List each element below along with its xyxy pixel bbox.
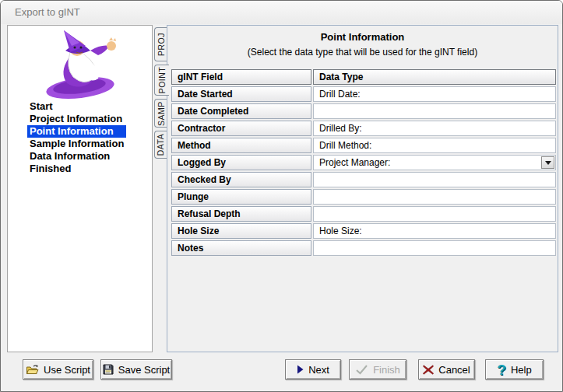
cancel-label: Cancel xyxy=(438,364,470,376)
field-cell-logged-by: Logged By xyxy=(171,155,311,170)
tab-proj[interactable]: PROJ xyxy=(154,27,167,61)
value-cell-logged-by[interactable]: Project Manager: xyxy=(313,155,556,170)
cancel-button[interactable]: Cancel xyxy=(418,359,475,380)
value-cell-date-started[interactable]: Drill Date: xyxy=(313,86,556,102)
table-row: Checked By xyxy=(171,172,556,187)
value-cell-method[interactable]: Drill Method: xyxy=(313,138,556,153)
field-cell-method: Method xyxy=(171,138,311,153)
table-row: Contractor Drilled By: xyxy=(171,121,556,136)
tab-data-label: DATA xyxy=(157,134,166,156)
point-information-panel: Point Information (Select the data type … xyxy=(167,25,558,352)
wizard-steps-panel: Start Project Information Point Informat… xyxy=(7,25,153,352)
field-mapping-table: gINT Field Data Type Date Started Drill … xyxy=(171,69,556,257)
field-cell-plunge: Plunge xyxy=(171,189,311,205)
field-cell-date-started: Date Started xyxy=(171,86,311,102)
wizard-step-list: Start Project Information Point Informat… xyxy=(27,100,126,175)
use-script-label: Use Script xyxy=(44,364,90,376)
value-cell-refusal-depth[interactable] xyxy=(313,206,556,222)
table-row: Method Drill Method: xyxy=(171,138,556,153)
step-item-data-information: Data Information xyxy=(27,150,126,163)
tab-samp[interactable]: SAMP xyxy=(154,99,167,128)
next-label: Next xyxy=(308,364,329,376)
tab-point[interactable]: POINT xyxy=(154,65,169,96)
floppy-disk-icon xyxy=(103,364,114,375)
field-cell-date-completed: Date Completed xyxy=(171,103,311,119)
save-script-button[interactable]: Save Script xyxy=(100,359,172,380)
value-cell-plunge[interactable] xyxy=(313,189,556,205)
tab-proj-label: PROJ xyxy=(157,33,166,56)
table-row: Notes xyxy=(171,240,556,256)
next-button[interactable]: Next xyxy=(285,359,341,380)
question-mark-icon: ? xyxy=(497,362,506,377)
table-header-row: gINT Field Data Type xyxy=(171,69,556,85)
help-label: Help xyxy=(511,364,532,376)
field-cell-notes: Notes xyxy=(171,240,311,256)
tab-data[interactable]: DATA xyxy=(154,131,167,159)
value-cell-date-completed[interactable] xyxy=(313,103,556,119)
finish-button[interactable]: Finish xyxy=(349,359,406,380)
value-cell-contractor[interactable]: Drilled By: xyxy=(313,121,556,136)
step-item-sample-information: Sample Information xyxy=(27,138,126,150)
field-cell-refusal-depth: Refusal Depth xyxy=(171,206,311,222)
panel-title: Point Information xyxy=(167,31,558,43)
step-item-project-information: Project Information xyxy=(27,113,126,125)
panel-subtitle: (Select the data type that will be used … xyxy=(167,47,558,58)
step-item-start: Start xyxy=(27,100,126,113)
value-cell-checked-by[interactable] xyxy=(313,172,556,187)
step-item-finished: Finished xyxy=(27,163,126,175)
table-row: Refusal Depth xyxy=(171,206,556,222)
dropdown-arrow-button[interactable] xyxy=(541,156,554,169)
field-cell-checked-by: Checked By xyxy=(171,172,311,187)
logged-by-value: Project Manager: xyxy=(319,157,390,168)
wizard-image xyxy=(36,27,131,102)
step-item-point-information: Point Information xyxy=(27,125,126,138)
finish-label: Finish xyxy=(373,364,400,376)
checkmark-icon xyxy=(355,365,368,375)
red-x-icon xyxy=(423,365,434,375)
window-title: Export to gINT xyxy=(15,6,80,18)
field-cell-hole-size: Hole Size xyxy=(171,223,311,239)
tab-point-label: POINT xyxy=(157,67,167,94)
table-row: Plunge xyxy=(171,189,556,205)
table-row: Logged By Project Manager: xyxy=(171,155,556,170)
tab-samp-label: SAMP xyxy=(157,101,166,126)
table-row: Date Started Drill Date: xyxy=(171,86,556,102)
column-header-gint-field: gINT Field xyxy=(171,69,311,85)
column-header-data-type: Data Type xyxy=(313,69,556,85)
value-cell-hole-size[interactable]: Hole Size: xyxy=(313,223,556,239)
value-cell-notes[interactable] xyxy=(313,240,556,256)
help-button[interactable]: ? Help xyxy=(485,359,544,380)
right-triangle-icon xyxy=(297,365,304,374)
title-bar: Export to gINT xyxy=(1,1,562,24)
use-script-button[interactable]: Use Script xyxy=(23,359,93,380)
field-cell-contractor: Contractor xyxy=(171,121,311,136)
table-row: Date Completed xyxy=(171,103,556,119)
dropdown-arrow-icon xyxy=(545,161,551,165)
open-folder-icon xyxy=(26,364,39,375)
tab-strip: PROJ POINT SAMP DATA xyxy=(153,25,169,352)
export-dialog: Export to gINT Start Project Information… xyxy=(0,0,563,392)
table-row: Hole Size Hole Size: xyxy=(171,223,556,239)
save-script-label: Save Script xyxy=(118,364,170,376)
